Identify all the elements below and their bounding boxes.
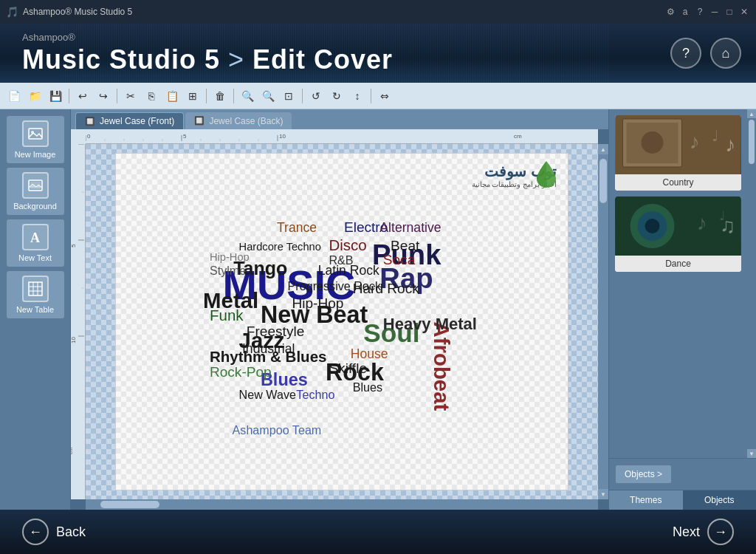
minimize-btn[interactable]: ─ [709, 6, 721, 18]
main-area: New Image Background A New Text [0, 109, 756, 510]
toolbar-sep-5 [302, 89, 303, 103]
toolbar-copy2[interactable]: ⊞ [183, 86, 202, 106]
panel-scroll-up[interactable]: ▲ [747, 109, 756, 118]
svg-text:Techno: Techno [296, 388, 334, 401]
scrollbar-v-thumb[interactable] [599, 159, 607, 203]
toolbar-zoom-fit[interactable]: ⊡ [279, 86, 298, 106]
wave-decoration [59, 24, 608, 83]
panel-scroll-down[interactable]: ▼ [747, 449, 756, 458]
new-table-label: New Table [16, 305, 54, 314]
close-btn[interactable]: ✕ [738, 6, 750, 18]
tab-objects[interactable]: Objects [683, 490, 757, 510]
toolbar-copy[interactable]: ⎘ [142, 86, 161, 106]
back-circle: ← [22, 519, 49, 545]
new-text-btn[interactable]: A New Text [6, 219, 65, 267]
canvas-scroll-area[interactable]: 0 5 10 cm [71, 129, 608, 510]
svg-text:♪: ♪ [690, 130, 700, 153]
background-label: Background [13, 202, 57, 211]
toolbar-undo[interactable]: ↩ [73, 86, 92, 106]
svg-text:cm: cm [514, 133, 522, 140]
word-cloud: MUSIC Rap Soul Jazz Rock Punk Metal Blue… [116, 191, 568, 490]
account-btn[interactable]: a [679, 6, 691, 18]
toolbar-new[interactable]: 📄 [4, 86, 24, 106]
toolbar-sep-4 [233, 89, 234, 103]
new-image-label: New Image [15, 150, 56, 159]
settings-btn[interactable]: ⚙ [664, 6, 676, 18]
scrollbar-horizontal[interactable] [86, 499, 598, 510]
home-icon: ⌂ [722, 46, 730, 61]
toolbar-open[interactable]: 📁 [25, 86, 44, 106]
panel-scrollbar[interactable]: ▲ ▼ [747, 109, 756, 458]
next-arrow-icon: → [714, 524, 727, 540]
scroll-up-btn[interactable]: ▲ [598, 144, 608, 154]
theme-country[interactable]: ♪ ♩ ♪ Country [615, 115, 741, 191]
svg-text:Hip-Hop: Hip-Hop [210, 251, 250, 263]
svg-text:5: 5 [71, 244, 77, 247]
toolbar-sep-3 [206, 89, 207, 103]
new-image-btn[interactable]: New Image [6, 115, 65, 164]
scrollbar-vertical[interactable]: ▲ ▼ [598, 144, 608, 499]
cover-inner: توب سوفت أخبار برامج وتطبيقات مجانية [116, 154, 568, 490]
theme-dance[interactable]: ♪ ♩ ♫ Dance [615, 196, 741, 272]
svg-text:Industrial: Industrial [242, 341, 295, 356]
tab-front[interactable]: 🔲 Jewel Case (Front) [75, 112, 184, 129]
objects-row: Objects > [609, 458, 756, 490]
tab-themes[interactable]: Themes [609, 490, 683, 510]
panel-tabs: Themes Objects [609, 490, 756, 510]
toolbar-flip[interactable]: ↕ [348, 86, 367, 106]
svg-text:Hip-Hop: Hip-Hop [292, 295, 343, 311]
help-icon: ? [682, 46, 690, 61]
next-btn[interactable]: Next → [673, 519, 734, 545]
help-titlebar-btn[interactable]: ? [694, 6, 706, 18]
scrollbar-h-thumb[interactable] [100, 501, 159, 508]
canvas-viewport[interactable]: توب سوفت أخبار برامج وتطبيقات مجانية [86, 144, 598, 499]
toolbar-cut[interactable]: ✂ [121, 86, 140, 106]
scroll-down-btn[interactable]: ▼ [598, 489, 608, 499]
toolbar-zoom-in[interactable]: 🔍 [258, 86, 278, 106]
svg-text:Hardcore Techno: Hardcore Techno [239, 241, 321, 253]
tab-front-label: Jewel Case (Front) [100, 116, 174, 126]
svg-text:R&B: R&B [329, 253, 353, 267]
new-table-btn[interactable]: New Table [6, 270, 65, 319]
svg-text:Ashampoo Team: Ashampoo Team [233, 423, 322, 437]
cover-image: توب سوفت أخبار برامج وتطبيقات مجانية [115, 153, 568, 490]
droplet-icon [534, 160, 559, 192]
panel-scroll-thumb[interactable] [749, 120, 755, 164]
title-bar-text: Ashampoo® Music Studio 5 [23, 7, 132, 17]
help-btn[interactable]: ? [670, 38, 701, 69]
home-btn[interactable]: ⌂ [710, 38, 741, 69]
toolbar-zoom-out[interactable]: 🔍 [238, 86, 257, 106]
back-btn[interactable]: ← Back [22, 519, 86, 545]
toolbar-save[interactable]: 💾 [46, 86, 65, 106]
svg-text:Soca: Soca [383, 252, 416, 267]
ruler-left: 5 10 cm [71, 144, 86, 499]
svg-text:Progressive Rock: Progressive Rock [288, 279, 382, 293]
app-icon: 🎵 [6, 6, 18, 18]
tab-back[interactable]: 🔲 Jewel Case (Back) [185, 112, 292, 129]
toolbar-rotate-right[interactable]: ↻ [327, 86, 346, 106]
svg-point-73 [642, 131, 664, 154]
toolbar-redo[interactable]: ↪ [94, 86, 113, 106]
theme-dance-label: Dance [615, 256, 741, 272]
toolbar-paste[interactable]: 📋 [162, 86, 182, 106]
next-label: Next [673, 524, 700, 540]
svg-text:♩: ♩ [712, 128, 718, 144]
svg-text:Blues: Blues [353, 380, 382, 394]
tab-front-icon: 🔲 [85, 117, 95, 126]
toolbar-sep-1 [69, 89, 69, 103]
objects-btn[interactable]: Objects > [615, 465, 672, 484]
svg-text:Rock-Pop: Rock-Pop [210, 364, 272, 380]
panel-content: ♪ ♩ ♪ Country [609, 109, 756, 458]
header-icons: ? ⌂ [670, 38, 741, 69]
new-text-icon: A [22, 224, 49, 250]
toolbar-resize[interactable]: ⇔ [375, 86, 394, 106]
background-btn[interactable]: Background [6, 167, 65, 216]
svg-text:cm: cm [71, 448, 73, 455]
maximize-btn[interactable]: □ [724, 6, 735, 18]
ruler-corner [71, 129, 86, 144]
header: Ashampoo® Music Studio 5 > Edit Cover ? … [0, 24, 756, 83]
svg-text:New Wave: New Wave [239, 388, 296, 401]
toolbar-delete[interactable]: 🗑 [210, 86, 230, 106]
toolbar-rotate-left[interactable]: ↺ [306, 86, 326, 106]
svg-text:5: 5 [183, 133, 187, 140]
